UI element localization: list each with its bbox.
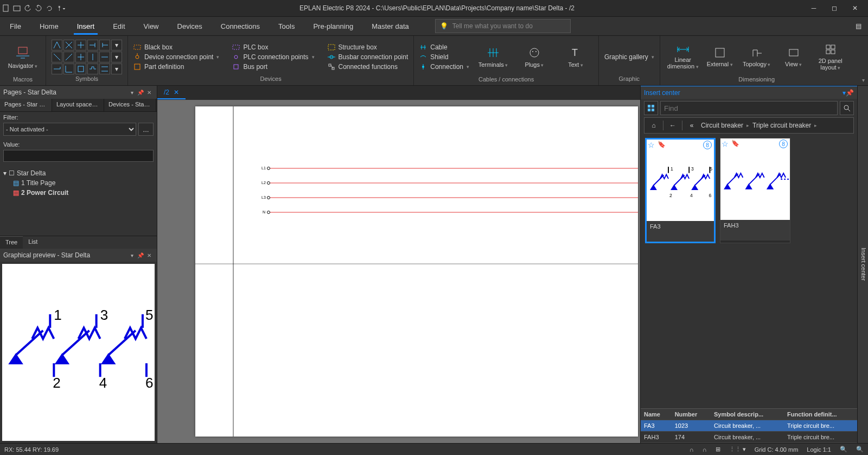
shield-button[interactable]: Shield (419, 53, 469, 61)
doc-tab-active[interactable]: /2 ✕ (157, 86, 186, 99)
filter-more-button[interactable]: ... (138, 123, 154, 136)
drawing-canvas[interactable]: L1 L2 L3 N (157, 100, 640, 443)
table-row[interactable]: FA3 1023 Circuit breaker, ... Triple cir… (641, 420, 857, 432)
tab-close-icon[interactable]: ✕ (174, 89, 179, 96)
symbol-cell[interactable] (99, 40, 110, 50)
snap2-icon[interactable]: ∩ (703, 446, 707, 453)
undo-icon[interactable] (24, 4, 31, 12)
topology-button[interactable]: Topology (739, 38, 774, 76)
subtab-pages[interactable]: Pages - Star D... (0, 99, 52, 111)
panel-pin-icon[interactable]: 📌 (136, 252, 145, 258)
symbol-cell[interactable] (99, 64, 110, 74)
black-box-button[interactable]: Black box (133, 43, 219, 51)
connected-functions-button[interactable]: Connected functions (328, 63, 409, 71)
value-input[interactable] (3, 150, 154, 162)
ribbon-options-icon[interactable]: ▤ (856, 22, 861, 30)
close-button[interactable]: ✕ (850, 4, 860, 12)
menu-masterdata[interactable]: Master data (368, 18, 412, 35)
minimize-button[interactable]: ─ (808, 4, 819, 12)
col-func[interactable]: Function definit... (784, 409, 857, 420)
tree-page-1[interactable]: ▤1 Title Page (3, 178, 154, 188)
menu-edit[interactable]: Edit (110, 18, 128, 35)
structure-box-button[interactable]: Structure box (328, 43, 409, 51)
menu-insert[interactable]: Insert (74, 18, 98, 35)
grid-menu-icon[interactable]: ⋮⋮ ▾ (729, 446, 746, 453)
col-name[interactable]: Name (641, 409, 672, 420)
menu-view[interactable]: View (141, 18, 162, 35)
back-icon[interactable]: ← (667, 119, 679, 131)
crumb-item[interactable]: Triple circuit breaker (752, 122, 811, 129)
open-icon[interactable] (13, 4, 21, 12)
panel-dropdown-icon[interactable]: ▾ (127, 252, 136, 258)
symbol-item-fah3[interactable]: ☆ 🔖 8 FAH3 (720, 138, 790, 243)
symbol-cell[interactable] (63, 40, 74, 50)
panel-dropdown-icon[interactable]: ▾ (127, 90, 136, 96)
panel-close-icon[interactable]: ✕ (145, 90, 154, 96)
symbol-cell[interactable] (75, 64, 86, 74)
tree-root[interactable]: ▾☐Star Delta (3, 168, 154, 178)
panel-pin-icon[interactable]: 📌 (846, 89, 854, 97)
symbol-cell[interactable]: ▾ (111, 64, 122, 74)
bus-port-button[interactable]: Bus port (232, 63, 314, 71)
bookmark-icon[interactable]: 🔖 (731, 140, 739, 147)
symbol-cell[interactable] (52, 52, 62, 62)
tree-page-2[interactable]: ▤2 Power Circuit (3, 188, 154, 198)
external-button[interactable]: External (703, 38, 737, 76)
export-icon[interactable]: ⭱▾ (56, 5, 66, 11)
symbol-cell[interactable] (75, 40, 86, 50)
insert-center-side-tab[interactable]: Insert center (857, 86, 868, 443)
menu-devices[interactable]: Devices (174, 18, 206, 35)
plugs-button[interactable]: Plugs (517, 38, 552, 76)
symbol-cell[interactable] (87, 40, 98, 50)
menu-file[interactable]: File (7, 18, 24, 35)
terminals-button[interactable]: Terminals (476, 38, 510, 76)
col-number[interactable]: Number (672, 409, 711, 420)
busbar-connection-button[interactable]: Busbar connection point (328, 53, 409, 61)
connection-button[interactable]: Connection (419, 63, 469, 71)
table-row[interactable]: FAH3 174 Circuit breaker, ... Triple cir… (641, 432, 857, 443)
navigator-button[interactable]: Navigator (5, 38, 40, 76)
symbol-cell[interactable]: ▾ (111, 52, 122, 62)
symbol-cell[interactable] (87, 64, 98, 74)
device-connection-point-button[interactable]: Device connection point (133, 53, 219, 61)
text-button[interactable]: TText (558, 38, 593, 76)
refresh-icon[interactable] (46, 4, 53, 12)
find-input[interactable] (660, 101, 838, 115)
checkbox-icon[interactable]: ☐ (9, 169, 15, 177)
ribbon-expand-icon[interactable]: ▾ (862, 77, 865, 83)
maximize-button[interactable]: ◻ (829, 4, 840, 12)
snap-icon[interactable]: ∩ (690, 446, 694, 453)
plc-connection-points-button[interactable]: PLC connection points (232, 53, 314, 61)
home-icon[interactable]: ⌂ (648, 119, 660, 131)
symbol-cell[interactable] (52, 64, 62, 74)
symbol-cell[interactable] (87, 52, 98, 62)
symbol-cell[interactable] (75, 52, 86, 62)
zoom-out-icon[interactable]: 🔍 (840, 446, 847, 453)
symbol-cell[interactable] (63, 64, 74, 74)
overflow-icon[interactable]: « (686, 119, 698, 131)
menu-connections[interactable]: Connections (218, 18, 263, 35)
tree-tab[interactable]: Tree (0, 236, 23, 249)
panel-layout-button[interactable]: 2D panel layout (813, 38, 848, 76)
tell-me-search[interactable]: 💡 Tell me what you want to do (435, 19, 571, 33)
linear-dimension-button[interactable]: Linear dimension (666, 38, 700, 76)
search-button[interactable] (840, 101, 854, 115)
view-ribbon-button[interactable]: View (776, 38, 811, 76)
grid-toggle-icon[interactable]: ⊞ (716, 446, 720, 453)
subtab-devices[interactable]: Devices - Star ... (104, 99, 156, 111)
panel-close-icon[interactable]: ✕ (145, 252, 154, 258)
menu-home[interactable]: Home (36, 18, 62, 35)
crumb-item[interactable]: Circuit breaker (701, 122, 743, 129)
symbol-cell[interactable] (52, 40, 62, 50)
redo-icon[interactable] (35, 4, 42, 12)
symbol-cell[interactable] (99, 52, 110, 62)
symbol-item-fa3[interactable]: ☆ 🔖 8 135246 FA3 (645, 138, 716, 243)
part-definition-button[interactable]: Part definition (133, 63, 219, 71)
symbol-cell[interactable]: ▾ (111, 40, 122, 50)
menu-preplanning[interactable]: Pre-planning (310, 18, 356, 35)
favorite-icon[interactable]: ☆ (648, 141, 655, 149)
menu-tools[interactable]: Tools (275, 18, 298, 35)
zoom-in-icon[interactable]: 🔍 (856, 446, 864, 453)
favorite-icon[interactable]: ☆ (722, 140, 729, 148)
filter-select[interactable]: - Not activated - (3, 123, 136, 136)
